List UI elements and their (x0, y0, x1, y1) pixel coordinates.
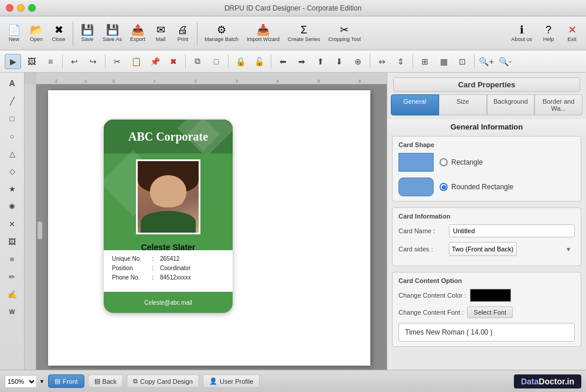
diamond-tool-btn[interactable]: ◇ (4, 163, 21, 179)
tab-size[interactable]: Size (439, 94, 487, 115)
card-sides-label: Card sides : (398, 246, 445, 253)
export-icon: 📤 (131, 25, 144, 35)
create-series-label: Create Series (288, 36, 320, 42)
undo-btn[interactable]: ↩ (66, 54, 83, 69)
save-button[interactable]: 💾 Save (77, 22, 98, 45)
distribute-v-btn[interactable]: ⇕ (393, 54, 409, 69)
front-button[interactable]: ▤ Front (48, 374, 84, 388)
rectangle-radio[interactable]: Rectangle (440, 158, 483, 166)
ratio-btn[interactable]: ⊡ (454, 54, 471, 69)
cross-tool-btn[interactable]: ✕ (4, 216, 21, 232)
card-photo-frame (136, 159, 200, 234)
star-tool-btn[interactable]: ★ (4, 180, 21, 197)
barcode-btn[interactable]: ≡ (42, 54, 59, 69)
signature-tool-btn[interactable]: ✍ (4, 286, 21, 302)
paste-btn[interactable]: 📌 (146, 54, 163, 69)
shape-option-rounded: Rounded Rectangle (398, 178, 575, 196)
tab-border[interactable]: Border and Wa... (534, 94, 582, 115)
delete-btn[interactable]: ✖ (165, 54, 182, 69)
align-bottom-btn[interactable]: ⬇ (331, 54, 347, 69)
help-label: Help (543, 36, 554, 42)
rectangle-radio-circle[interactable] (440, 158, 448, 166)
align-right-btn[interactable]: ➡ (294, 54, 310, 69)
rect-tool-btn[interactable]: □ (4, 110, 21, 127)
zoom-out-btn[interactable]: 🔍- (497, 54, 513, 69)
panel-resize-handle[interactable] (38, 221, 42, 239)
card-title: ABC Corporate (128, 130, 208, 144)
card-sides-select[interactable]: Two (Front and Back) (449, 242, 517, 256)
snap-btn[interactable]: ▦ (435, 54, 452, 69)
zoom-arrow-icon: ▼ (39, 379, 45, 384)
zoom-select[interactable]: 150% 100% 75% (5, 375, 37, 388)
cut-btn[interactable]: ✂ (109, 54, 125, 69)
about-label: About us (511, 36, 532, 42)
close-label: Close (52, 36, 65, 42)
user-profile-button[interactable]: 👤 User Profile (203, 374, 260, 388)
mail-button[interactable]: ✉ Mail (150, 22, 171, 45)
exit-button[interactable]: ✕ Exit (561, 22, 582, 45)
line-tool-btn[interactable]: ╱ (4, 93, 21, 109)
back-button[interactable]: ▤ Back (88, 374, 123, 388)
sec-sep-5 (271, 54, 271, 69)
maximize-window-btn[interactable] (28, 4, 36, 12)
pen-tool-btn[interactable]: ✏ (4, 268, 21, 285)
window-controls[interactable] (6, 4, 36, 12)
text-tool-btn[interactable]: A (4, 75, 21, 91)
tab-background[interactable]: Background (487, 94, 535, 115)
unlock-btn[interactable]: 🔓 (251, 54, 267, 69)
copy-card-design-button[interactable]: ⧉ Copy Card Design (127, 374, 199, 388)
zoom-in-btn[interactable]: 🔍+ (478, 54, 495, 69)
rounded-radio[interactable]: Rounded Rectangle (440, 183, 513, 191)
about-button[interactable]: ℹ About us (507, 22, 536, 45)
new-button[interactable]: 📄 New (4, 22, 25, 45)
barcode-tool-btn[interactable]: ≡ (4, 251, 21, 267)
manage-batch-button[interactable]: ⚙ Manage Batch (201, 22, 242, 45)
id-card[interactable]: ABC Corporate Celeste Slater (104, 120, 233, 313)
lock-btn[interactable]: 🔒 (232, 54, 248, 69)
align-left-btn[interactable]: ⬅ (275, 54, 291, 69)
sec-sep-6 (370, 54, 370, 69)
triangle-tool-btn[interactable]: △ (4, 145, 21, 162)
circle-tool-btn[interactable]: ○ (4, 128, 21, 144)
image-btn[interactable]: 🖼 (23, 54, 40, 69)
center-btn[interactable]: ⊕ (350, 54, 366, 69)
import-wizard-button[interactable]: 📥 Import Wizard (243, 22, 283, 45)
gear-tool-btn[interactable]: ✺ (4, 198, 21, 214)
copy-btn[interactable]: 📋 (128, 54, 144, 69)
ruler-mark-6: 6 (359, 79, 361, 83)
duplicate-btn[interactable]: ⧉ (189, 54, 206, 69)
content-color-swatch[interactable] (470, 289, 511, 302)
help-button[interactable]: ? Help (538, 22, 559, 45)
close-window-btn[interactable] (6, 4, 13, 12)
cropping-tool-button[interactable]: ✂ Cropping Tool (325, 22, 364, 45)
print-icon: 🖨 (178, 25, 188, 35)
rounded-label: Rounded Rectangle (451, 183, 513, 191)
card-properties-title: Card Properties (393, 77, 580, 92)
align-top-btn[interactable]: ⬆ (312, 54, 329, 69)
create-series-button[interactable]: Σ Create Series (284, 22, 323, 45)
grid-btn[interactable]: ⊞ (417, 54, 433, 69)
card-name-input[interactable] (449, 224, 575, 237)
save-as-button[interactable]: 💾 Save As (99, 22, 125, 45)
rounded-radio-circle[interactable] (440, 183, 448, 191)
open-button[interactable]: 📂 Open (26, 22, 47, 45)
ruler-corner (25, 73, 36, 84)
print-button[interactable]: 🖨 Print (172, 22, 193, 45)
content-option-group: Card Content Option Change Content Color… (392, 272, 581, 347)
tab-general[interactable]: General (391, 94, 439, 115)
photo-tool-btn[interactable]: 🖼 (4, 233, 21, 250)
distribute-h-btn[interactable]: ⇔ (374, 54, 390, 69)
group-btn[interactable]: □ (208, 54, 224, 69)
word-tool-btn[interactable]: W (4, 304, 21, 320)
exit-label: Exit (567, 36, 576, 42)
main-area: A ╱ □ ○ △ ◇ ★ ✺ ✕ 🖼 ≡ ✏ ✍ W -2 -1 0 1 2 … (0, 73, 586, 370)
select-tool-btn[interactable]: ▶ (5, 54, 21, 69)
card-photo (138, 161, 199, 233)
minimize-window-btn[interactable] (17, 4, 25, 12)
mail-label: Mail (156, 36, 166, 42)
close-button[interactable]: ✖ Close (48, 22, 69, 45)
select-font-button[interactable]: Select Font (467, 306, 513, 318)
font-display: Times New Roman ( 14.00 ) (398, 323, 575, 342)
redo-btn[interactable]: ↪ (85, 54, 101, 69)
export-button[interactable]: 📤 Export (127, 22, 149, 45)
